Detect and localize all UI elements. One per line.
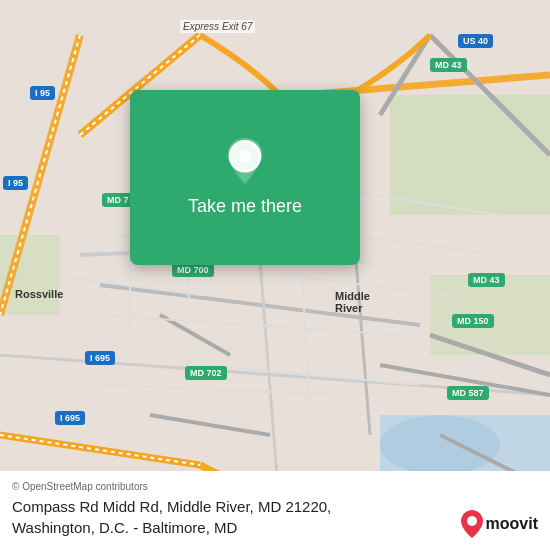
address-line2: Washington, D.C. - Baltimore, MD xyxy=(12,517,538,538)
svg-point-1 xyxy=(380,415,500,475)
badge-i695-2: I 695 xyxy=(55,413,85,423)
badge-md43-2: MD 43 xyxy=(468,275,505,285)
map-container: Express Exit 67 I 95 I 95 US 40 MD 43 MD… xyxy=(0,0,550,550)
badge-md150: MD 150 xyxy=(452,316,494,326)
svg-point-38 xyxy=(239,151,251,163)
svg-rect-2 xyxy=(390,95,550,215)
moovit-pin-icon xyxy=(461,510,483,538)
svg-point-39 xyxy=(467,516,477,526)
svg-line-31 xyxy=(100,385,350,395)
badge-i95-1: I 95 xyxy=(30,88,55,98)
badge-md7: MD 7 xyxy=(102,195,134,205)
moovit-logo: moovit xyxy=(461,510,538,538)
place-rossville: Rossville xyxy=(15,288,63,300)
svg-line-23 xyxy=(150,415,270,435)
badge-us40: US 40 xyxy=(458,36,493,46)
navigation-card[interactable]: Take me there xyxy=(130,90,360,265)
badge-md702: MD 702 xyxy=(185,368,227,378)
address-line1: Compass Rd Midd Rd, Middle River, MD 212… xyxy=(12,496,538,517)
badge-md700: MD 700 xyxy=(172,265,214,275)
place-middle-river: MiddleRiver xyxy=(335,290,370,314)
location-pin-icon xyxy=(220,138,270,188)
exit-label: Express Exit 67 xyxy=(180,20,255,33)
attribution-text: © OpenStreetMap contributors xyxy=(12,481,538,492)
svg-line-35 xyxy=(350,235,500,255)
badge-md43-1: MD 43 xyxy=(430,60,467,70)
moovit-brand-text: moovit xyxy=(486,515,538,533)
badge-i695-1: I 695 xyxy=(85,353,115,363)
badge-md587: MD 587 xyxy=(447,388,489,398)
badge-i95-2: I 95 xyxy=(3,178,28,188)
svg-line-32 xyxy=(50,275,200,295)
take-me-there-button[interactable]: Take me there xyxy=(188,196,302,217)
